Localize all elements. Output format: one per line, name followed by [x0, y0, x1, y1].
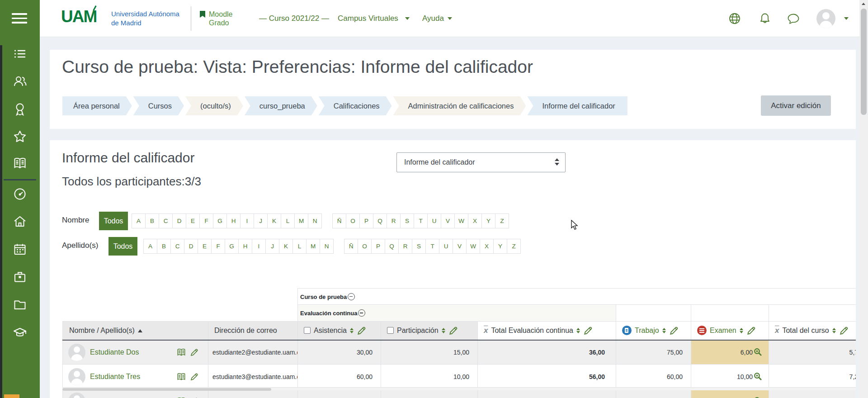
- breadcrumb-item[interactable]: Administración de calificaciones: [393, 96, 526, 115]
- breadcrumb-item[interactable]: curso_prueba: [245, 96, 317, 115]
- filter-letter-button[interactable]: U: [439, 239, 453, 254]
- sort-icon[interactable]: [662, 328, 666, 334]
- filter-letter-button[interactable]: Q: [385, 239, 399, 254]
- hamburger-icon[interactable]: [12, 13, 27, 24]
- filter-letter-button[interactable]: G: [213, 213, 227, 228]
- filter-letter-button[interactable]: W: [466, 239, 480, 254]
- caret-down-icon[interactable]: [405, 17, 410, 20]
- filter-letter-button[interactable]: H: [226, 213, 241, 228]
- filter-letter-button[interactable]: B: [157, 239, 171, 254]
- filter-letter-button[interactable]: J: [254, 213, 268, 228]
- filter-letter-button[interactable]: F: [199, 213, 213, 228]
- filter-letter-button[interactable]: P: [371, 239, 385, 254]
- filter-letter-button[interactable]: Ñ: [332, 213, 346, 228]
- sort-icon[interactable]: [740, 328, 743, 334]
- filter-apellido-todos-button[interactable]: Todos: [108, 237, 137, 256]
- participants-icon[interactable]: [13, 74, 27, 89]
- filter-letter-button[interactable]: A: [143, 239, 157, 254]
- list-outline-icon[interactable]: [13, 47, 27, 61]
- menu-campus-virtuales[interactable]: Campus Virtuales: [338, 0, 398, 37]
- filter-letter-button[interactable]: M: [306, 239, 320, 254]
- filter-letter-button[interactable]: B: [145, 213, 159, 228]
- examen-label[interactable]: Examen: [710, 327, 736, 335]
- filter-letter-button[interactable]: R: [398, 239, 412, 254]
- user-avatar[interactable]: [816, 9, 835, 28]
- calendar-icon[interactable]: [13, 242, 27, 256]
- asistencia-checkbox[interactable]: [304, 327, 311, 334]
- student-name-link[interactable]: Estudiante Dos: [90, 348, 139, 356]
- sort-icon[interactable]: [442, 328, 445, 334]
- filter-letter-button[interactable]: D: [172, 213, 186, 228]
- filter-letter-button[interactable]: V: [453, 239, 467, 254]
- private-files-icon[interactable]: [13, 270, 27, 284]
- globe-icon[interactable]: [728, 12, 741, 25]
- moodle-logo-text[interactable]: Moodle Grado: [209, 10, 232, 27]
- grade-asistencia[interactable]: 30,00: [298, 340, 381, 365]
- filter-letter-button[interactable]: D: [184, 239, 198, 254]
- edit-pencil-icon[interactable]: [190, 372, 199, 381]
- badges-icon[interactable]: [13, 102, 27, 116]
- edit-pencil-icon[interactable]: [448, 326, 458, 336]
- sort-icon[interactable]: [350, 328, 354, 334]
- grades-book-icon[interactable]: [176, 372, 186, 382]
- filter-letter-button[interactable]: O: [346, 213, 360, 228]
- dashboard-icon[interactable]: [13, 187, 27, 201]
- caret-down-icon[interactable]: [448, 17, 452, 20]
- filter-letter-button[interactable]: E: [186, 213, 200, 228]
- filter-letter-button[interactable]: C: [170, 239, 184, 254]
- bell-icon[interactable]: [758, 12, 772, 25]
- menu-ayuda[interactable]: Ayuda: [422, 0, 444, 37]
- hscrollbar-thumb[interactable]: [62, 388, 271, 391]
- filter-letter-button[interactable]: T: [414, 213, 428, 228]
- participacion-checkbox[interactable]: [387, 327, 394, 334]
- student-avatar[interactable]: [68, 344, 85, 361]
- zoom-grade-icon[interactable]: [754, 348, 762, 356]
- filter-letter-button[interactable]: S: [400, 213, 414, 228]
- filter-letter-button[interactable]: Z: [507, 239, 521, 254]
- filter-letter-button[interactable]: H: [238, 239, 252, 254]
- my-courses-icon[interactable]: [13, 325, 27, 339]
- student-name-link[interactable]: Estudiante Tres: [90, 373, 140, 381]
- filter-letter-button[interactable]: G: [225, 239, 239, 254]
- filter-letter-button[interactable]: M: [294, 213, 308, 228]
- content-bank-icon[interactable]: [13, 297, 27, 312]
- table-horizontal-scrollbar[interactable]: [62, 387, 856, 390]
- grade-participacion[interactable]: 10,00: [381, 365, 478, 389]
- filter-letter-button[interactable]: K: [279, 239, 293, 254]
- scrollbar-up-icon[interactable]: [859, 0, 868, 8]
- asistencia-label[interactable]: Asistencia: [314, 327, 347, 335]
- col-header-name[interactable]: Nombre / Apellido(s): [63, 322, 208, 340]
- filter-letter-button[interactable]: F: [211, 239, 225, 254]
- edit-pencil-icon[interactable]: [746, 326, 756, 336]
- activate-editing-button[interactable]: Activar edición: [761, 95, 831, 116]
- filter-letter-button[interactable]: C: [159, 213, 173, 228]
- filter-letter-button[interactable]: Ñ: [344, 239, 358, 254]
- chat-icon[interactable]: [787, 12, 800, 25]
- grade-examen[interactable]: 10,00: [737, 373, 753, 380]
- filter-letter-button[interactable]: O: [358, 239, 372, 254]
- filter-letter-button[interactable]: I: [240, 213, 254, 228]
- breadcrumb-item[interactable]: Cursos: [133, 96, 184, 115]
- filter-letter-button[interactable]: L: [292, 239, 307, 254]
- filter-letter-button[interactable]: Z: [495, 213, 509, 228]
- zoom-grade-icon[interactable]: [754, 372, 762, 381]
- filter-letter-button[interactable]: S: [412, 239, 426, 254]
- filter-letter-button[interactable]: L: [281, 213, 295, 228]
- filter-letter-button[interactable]: K: [267, 213, 281, 228]
- sort-icon[interactable]: [832, 328, 836, 334]
- edit-pencil-icon[interactable]: [190, 397, 199, 398]
- user-menu-caret-icon[interactable]: [844, 17, 849, 20]
- breadcrumb-item[interactable]: Área personal: [62, 96, 132, 115]
- grades-book-icon[interactable]: [176, 396, 186, 398]
- col-header-email[interactable]: Dirección de correo: [208, 322, 298, 340]
- filter-letter-button[interactable]: W: [454, 213, 468, 228]
- filter-letter-button[interactable]: R: [387, 213, 401, 228]
- edit-pencil-icon[interactable]: [839, 326, 849, 336]
- grade-examen[interactable]: 6,00: [741, 349, 753, 356]
- grades-book-icon[interactable]: [176, 347, 186, 357]
- filter-letter-button[interactable]: A: [132, 213, 146, 228]
- report-view-select[interactable]: Informe del calificador: [396, 152, 566, 172]
- sort-icon[interactable]: [576, 328, 580, 334]
- scrollbar-thumb[interactable]: [861, 9, 867, 115]
- filter-letter-button[interactable]: E: [198, 239, 212, 254]
